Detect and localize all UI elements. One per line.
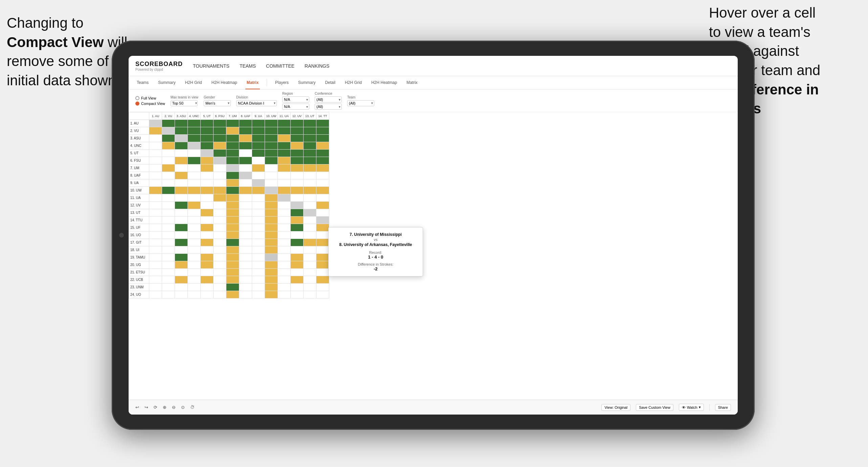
matrix-cell[interactable] — [201, 224, 214, 231]
matrix-cell[interactable] — [201, 269, 214, 276]
matrix-cell[interactable] — [175, 269, 188, 276]
nav-teams[interactable]: TEAMS — [240, 62, 256, 70]
matrix-cell[interactable] — [265, 164, 278, 172]
matrix-cell[interactable] — [252, 291, 265, 298]
matrix-cell[interactable] — [214, 217, 226, 224]
matrix-cell[interactable] — [175, 135, 188, 142]
matrix-cell[interactable] — [316, 284, 329, 291]
matrix-cell[interactable] — [162, 246, 175, 254]
matrix-cell[interactable] — [316, 164, 329, 172]
matrix-cell[interactable] — [188, 246, 201, 254]
matrix-cell[interactable] — [226, 254, 239, 261]
matrix-cell[interactable] — [162, 284, 175, 291]
matrix-cell[interactable] — [149, 224, 162, 231]
matrix-cell[interactable] — [201, 246, 214, 254]
matrix-cell[interactable] — [304, 150, 316, 157]
matrix-cell[interactable] — [188, 172, 201, 179]
matrix-cell[interactable] — [226, 120, 239, 127]
matrix-cell[interactable] — [278, 284, 291, 291]
sub-nav-matrix-right[interactable]: Matrix — [405, 76, 419, 89]
matrix-cell[interactable] — [175, 284, 188, 291]
matrix-cell[interactable] — [239, 276, 252, 284]
matrix-cell[interactable] — [149, 261, 162, 269]
matrix-cell[interactable] — [316, 194, 329, 202]
matrix-cell[interactable] — [239, 231, 252, 239]
matrix-cell[interactable] — [201, 209, 214, 217]
matrix-cell[interactable] — [304, 269, 316, 276]
matrix-cell[interactable] — [149, 135, 162, 142]
matrix-cell[interactable] — [201, 157, 214, 164]
matrix-cell[interactable] — [188, 202, 201, 209]
matrix-cell[interactable] — [149, 187, 162, 194]
max-teams-select[interactable]: Top 50 — [171, 100, 198, 106]
matrix-cell[interactable] — [175, 164, 188, 172]
matrix-cell[interactable] — [304, 157, 316, 164]
matrix-cell[interactable] — [278, 157, 291, 164]
matrix-cell[interactable] — [278, 187, 291, 194]
matrix-cell[interactable] — [162, 120, 175, 127]
matrix-cell[interactable] — [304, 254, 316, 261]
matrix-cell[interactable] — [175, 291, 188, 298]
matrix-cell[interactable] — [265, 157, 278, 164]
matrix-cell[interactable] — [291, 150, 304, 157]
matrix-cell[interactable] — [162, 179, 175, 187]
matrix-cell[interactable] — [265, 194, 278, 202]
matrix-cell[interactable] — [214, 209, 226, 217]
matrix-cell[interactable] — [188, 179, 201, 187]
matrix-cell[interactable] — [304, 246, 316, 254]
matrix-cell[interactable] — [304, 164, 316, 172]
matrix-cell[interactable] — [304, 276, 316, 284]
matrix-cell[interactable] — [162, 164, 175, 172]
matrix-cell[interactable] — [304, 194, 316, 202]
matrix-cell[interactable] — [201, 127, 214, 135]
matrix-cell[interactable] — [316, 217, 329, 224]
matrix-cell[interactable] — [149, 209, 162, 217]
gender-select[interactable]: Men's — [204, 100, 231, 106]
matrix-cell[interactable] — [278, 179, 291, 187]
matrix-cell[interactable] — [316, 246, 329, 254]
matrix-cell[interactable] — [291, 164, 304, 172]
matrix-cell[interactable] — [175, 142, 188, 150]
matrix-cell[interactable] — [239, 224, 252, 231]
matrix-cell[interactable] — [201, 135, 214, 142]
matrix-cell[interactable] — [316, 142, 329, 150]
matrix-cell[interactable] — [316, 291, 329, 298]
matrix-cell[interactable] — [175, 224, 188, 231]
zoom-out-icon[interactable]: ⊖ — [172, 405, 176, 410]
matrix-cell[interactable] — [252, 202, 265, 209]
matrix-cell[interactable] — [214, 246, 226, 254]
matrix-cell[interactable] — [304, 209, 316, 217]
matrix-cell[interactable] — [226, 194, 239, 202]
matrix-cell[interactable] — [201, 276, 214, 284]
matrix-cell[interactable] — [265, 276, 278, 284]
matrix-cell[interactable] — [239, 217, 252, 224]
matrix-cell[interactable] — [188, 187, 201, 194]
matrix-cell[interactable] — [265, 179, 278, 187]
matrix-cell[interactable] — [265, 269, 278, 276]
matrix-cell[interactable] — [239, 142, 252, 150]
matrix-cell[interactable] — [162, 231, 175, 239]
matrix-cell[interactable] — [239, 127, 252, 135]
matrix-cell[interactable] — [316, 276, 329, 284]
matrix-cell[interactable] — [304, 261, 316, 269]
matrix-cell[interactable] — [304, 291, 316, 298]
matrix-cell[interactable] — [291, 142, 304, 150]
compact-view-option[interactable]: Compact View — [135, 102, 165, 106]
matrix-cell[interactable] — [304, 179, 316, 187]
matrix-cell[interactable] — [239, 239, 252, 246]
matrix-cell[interactable] — [291, 157, 304, 164]
matrix-cell[interactable] — [175, 261, 188, 269]
matrix-cell[interactable] — [214, 157, 226, 164]
matrix-cell[interactable] — [214, 224, 226, 231]
matrix-cell[interactable] — [265, 261, 278, 269]
matrix-cell[interactable] — [304, 202, 316, 209]
matrix-cell[interactable] — [162, 291, 175, 298]
matrix-cell[interactable] — [291, 246, 304, 254]
matrix-cell[interactable] — [291, 209, 304, 217]
matrix-cell[interactable] — [278, 172, 291, 179]
matrix-cell[interactable] — [188, 269, 201, 276]
matrix-cell[interactable] — [188, 150, 201, 157]
matrix-cell[interactable] — [162, 217, 175, 224]
matrix-cell[interactable] — [175, 239, 188, 246]
matrix-cell[interactable] — [201, 239, 214, 246]
